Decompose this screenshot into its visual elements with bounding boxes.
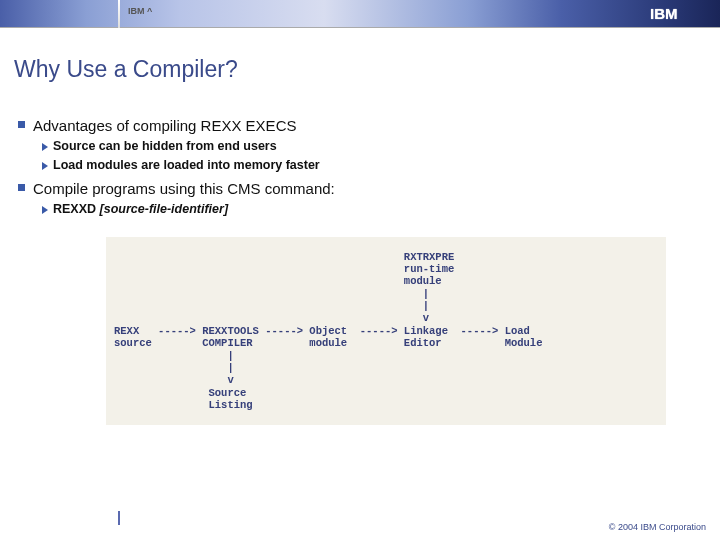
slide-footer: © 2004 IBM Corporation bbox=[0, 520, 720, 540]
sub-bullet-text: Source can be hidden from end users bbox=[53, 138, 277, 156]
copyright-text: © 2004 IBM Corporation bbox=[609, 522, 706, 532]
slide-content: Why Use a Compiler? Advantages of compil… bbox=[0, 28, 720, 425]
ibm-logo: IBM bbox=[650, 6, 702, 22]
command-arg: [source-file-identifier] bbox=[100, 202, 229, 216]
bullet-section-2: Compile programs using this CMS command:… bbox=[14, 178, 706, 219]
bullet-text: Compile programs using this CMS command: bbox=[33, 178, 335, 199]
bullet-section-1: Advantages of compiling REXX EXECS Sourc… bbox=[14, 115, 706, 174]
triangle-bullet-icon bbox=[42, 206, 48, 214]
compile-flow-diagram: RXTRXPRE run-time module | bbox=[106, 237, 666, 426]
square-bullet-icon bbox=[18, 184, 25, 191]
triangle-bullet-icon bbox=[42, 162, 48, 170]
sub-bullet-command: REXXD [source-file-identifier] bbox=[53, 201, 228, 219]
slide-header: IBM ^ IBM bbox=[0, 0, 720, 28]
sub-bullet-text: Load modules are loaded into memory fast… bbox=[53, 157, 320, 175]
brand-label: IBM ^ bbox=[128, 6, 152, 16]
slide-title: Why Use a Compiler? bbox=[14, 56, 706, 83]
square-bullet-icon bbox=[18, 121, 25, 128]
footer-divider bbox=[118, 511, 120, 525]
header-divider bbox=[118, 0, 120, 28]
triangle-bullet-icon bbox=[42, 143, 48, 151]
command-name: REXXD bbox=[53, 202, 96, 216]
bullet-text: Advantages of compiling REXX EXECS bbox=[33, 115, 296, 136]
